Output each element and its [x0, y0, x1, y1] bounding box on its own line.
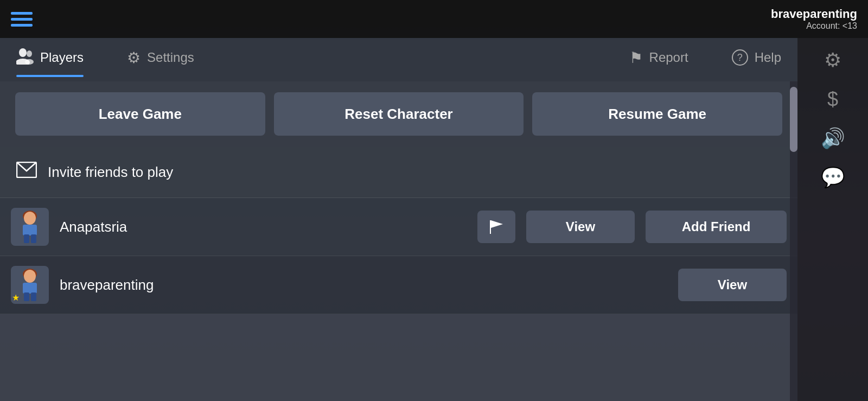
scrollbar[interactable]	[790, 81, 797, 401]
leave-game-button[interactable]: Leave Game	[15, 92, 265, 136]
content-area: Invite friends to play Anapatsria	[0, 147, 797, 401]
top-bar: braveparenting Account: <13	[0, 0, 868, 38]
player-row: Anapatsria View Add Friend	[0, 198, 797, 256]
hamburger-menu[interactable]	[11, 12, 33, 27]
dollar-icon[interactable]: $	[827, 88, 838, 111]
avatar-graphic	[15, 209, 45, 245]
action-buttons-row: Leave Game Reset Character Resume Game	[0, 81, 797, 147]
tab-players[interactable]: Players	[16, 47, 84, 73]
resume-game-button[interactable]: Resume Game	[532, 92, 782, 136]
svg-point-3	[25, 59, 34, 65]
overlay-panel: Players ⚙ Settings ⚑ Report ? Help Leave…	[0, 38, 797, 401]
svg-point-0	[19, 48, 27, 57]
invite-text: Invite friends to play	[48, 164, 173, 181]
report-icon: ⚑	[629, 49, 643, 67]
player-name: Anapatsria	[60, 219, 467, 235]
svg-rect-9	[31, 234, 36, 243]
svg-marker-11	[491, 220, 503, 228]
tab-report[interactable]: ⚑ Report	[629, 49, 688, 71]
sound-icon[interactable]: 🔊	[821, 127, 845, 150]
report-player-button[interactable]	[477, 211, 515, 243]
account-info: braveparenting Account: <13	[771, 7, 857, 31]
player-avatar	[11, 208, 49, 246]
add-friend-button[interactable]: Add Friend	[646, 211, 787, 243]
tab-settings[interactable]: ⚙ Settings	[127, 49, 194, 71]
view-player-button[interactable]: View	[526, 211, 635, 243]
invite-friends-row[interactable]: Invite friends to play	[0, 147, 797, 198]
chat-icon[interactable]: 💬	[821, 166, 845, 189]
svg-rect-15	[24, 292, 29, 301]
players-icon	[16, 47, 34, 68]
view-self-button[interactable]: View	[678, 269, 787, 301]
svg-rect-7	[23, 225, 37, 235]
svg-rect-16	[31, 292, 36, 301]
self-player-name: braveparenting	[60, 277, 667, 294]
scroll-thumb[interactable]	[790, 87, 797, 152]
tab-settings-label: Settings	[147, 50, 194, 65]
tab-help-label: Help	[755, 50, 781, 65]
svg-point-2	[27, 50, 32, 57]
gear-icon[interactable]: ⚙	[824, 49, 841, 72]
star-badge: ★	[12, 292, 20, 303]
help-icon: ?	[732, 49, 748, 66]
tab-report-label: Report	[649, 50, 688, 65]
reset-character-button[interactable]: Reset Character	[274, 92, 524, 136]
account-label: Account: <13	[771, 21, 857, 31]
svg-rect-14	[23, 283, 37, 294]
tab-players-label: Players	[40, 50, 84, 65]
username: braveparenting	[771, 7, 857, 21]
svg-rect-8	[24, 234, 29, 243]
svg-rect-10	[490, 220, 491, 234]
tab-navigation: Players ⚙ Settings ⚑ Report ? Help	[0, 38, 797, 81]
settings-icon: ⚙	[127, 49, 141, 67]
svg-point-6	[24, 212, 36, 225]
right-sidebar: ⚙ $ 🔊 💬	[797, 38, 868, 401]
envelope-icon	[16, 162, 37, 182]
player-row-self: ★ braveparenting View	[0, 256, 797, 314]
self-avatar: ★	[11, 266, 49, 304]
svg-point-13	[24, 270, 36, 283]
tab-help[interactable]: ? Help	[732, 49, 781, 70]
